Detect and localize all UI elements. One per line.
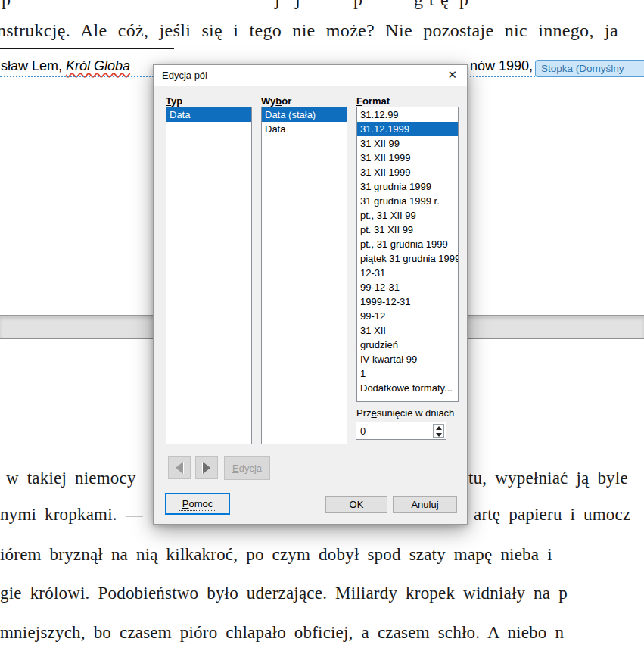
format-column-label: Format	[356, 95, 390, 107]
list-item[interactable]: Data	[262, 122, 347, 136]
list-item[interactable]: pt., 31 grudnia 1999	[357, 237, 458, 251]
clipped-glyph: j	[275, 0, 280, 8]
left-arrow-icon	[176, 462, 183, 474]
footnote-separator	[0, 48, 174, 49]
help-button[interactable]: Pomoc	[165, 493, 230, 515]
ok-button[interactable]: OK	[325, 496, 387, 513]
spin-down-icon	[436, 433, 442, 437]
clipped-glyph: p	[2, 0, 11, 8]
footnote-author: sław Lem,	[1, 58, 66, 73]
document-text-line: iórem bryznął na nią kilkakroć, po czym …	[0, 545, 552, 565]
list-item[interactable]: grudzień	[357, 338, 458, 352]
offset-days-spinbox	[356, 422, 446, 440]
dialog-title: Edycja pól	[162, 70, 207, 81]
offset-days-label: Przesunięcie w dniach	[356, 407, 454, 419]
document-text-line: w takiej niemocy	[6, 469, 136, 488]
list-item[interactable]: 31 grudnia 1999	[357, 179, 458, 194]
document-text-line: nymi kropkami. —	[0, 505, 143, 525]
previous-field-button[interactable]	[168, 456, 191, 479]
list-item[interactable]: pt., 31 XII 99	[357, 208, 458, 223]
list-item[interactable]: 1	[357, 366, 458, 381]
list-item[interactable]: 31 XII	[357, 323, 458, 338]
list-item[interactable]: 12-31	[357, 266, 458, 280]
clipped-glyph: g	[414, 0, 423, 8]
list-item[interactable]: 31 XII 1999	[357, 165, 458, 179]
document-text-line: nstrukcję. Ale cóż, jeśli się i tego nie…	[0, 20, 618, 41]
list-item[interactable]: 31 XII 1999	[357, 151, 458, 165]
spin-up-button[interactable]	[434, 425, 443, 431]
footnote-title-italic: Król Globa	[66, 58, 130, 73]
spin-up-icon	[436, 426, 442, 430]
type-list[interactable]: Data	[166, 107, 252, 444]
edit-fields-dialog: Edycja pól ✕ Typ Wybór Format Data Data …	[153, 64, 468, 525]
offset-days-input[interactable]	[356, 422, 431, 439]
list-item[interactable]: 99-12	[357, 309, 458, 323]
list-item[interactable]: Data (stała)	[262, 107, 347, 122]
close-icon[interactable]: ✕	[447, 69, 457, 81]
list-item[interactable]: piątek 31 grudnia 1999	[357, 251, 458, 266]
list-item[interactable]: 31.12.1999	[357, 122, 458, 136]
type-column-label: Typ	[166, 95, 182, 107]
dialog-titlebar[interactable]: Edycja pól ✕	[154, 65, 467, 86]
spin-down-button[interactable]	[434, 431, 443, 438]
clipped-glyph: ę	[440, 0, 449, 8]
list-item[interactable]: Dodatkowe formaty...	[357, 381, 458, 395]
clipped-glyph: t	[429, 0, 434, 8]
document-text-line: mniejszych, bo czasem pióro chlapało obf…	[0, 623, 564, 643]
list-item[interactable]: 31 XII 99	[357, 136, 458, 151]
document-text-line: artę papieru i umocz	[474, 505, 630, 525]
list-item[interactable]: IV kwartał 99	[357, 352, 458, 366]
list-item[interactable]: 1999-12-31	[357, 294, 458, 309]
edit-button[interactable]: Edycja	[224, 456, 270, 480]
cancel-button[interactable]: Anuluj	[393, 496, 457, 513]
list-item[interactable]: 99-12-31	[357, 280, 458, 294]
document-text-line: gie królowi. Podobieństwo było uderzając…	[0, 584, 568, 603]
list-item[interactable]: Data	[166, 107, 251, 122]
clipped-glyph: p	[353, 0, 362, 8]
spinner	[433, 424, 444, 438]
clipped-glyph: j	[295, 0, 300, 8]
selection-list[interactable]: Data (stała)Data	[261, 107, 347, 444]
right-arrow-icon	[203, 462, 210, 474]
list-item[interactable]: 31 grudnia 1999 r.	[357, 194, 458, 208]
next-field-button[interactable]	[195, 456, 218, 479]
clipped-glyph: p	[459, 0, 468, 8]
document-text-line: tu, wypełniać ją byle	[468, 469, 628, 488]
clipped-text-line: pjjpgtęp	[0, 0, 644, 10]
selection-column-label: Wybór	[261, 95, 291, 107]
list-item[interactable]: 31.12.99	[357, 107, 458, 122]
format-list[interactable]: 31.12.9931.12.199931 XII 9931 XII 199931…	[356, 107, 459, 402]
footnote-text: sław Lem, Król Globa	[1, 58, 130, 74]
footer-style-tag: Stopka (Domyślny	[535, 60, 644, 77]
list-item[interactable]: pt. 31 XII 99	[357, 223, 458, 237]
